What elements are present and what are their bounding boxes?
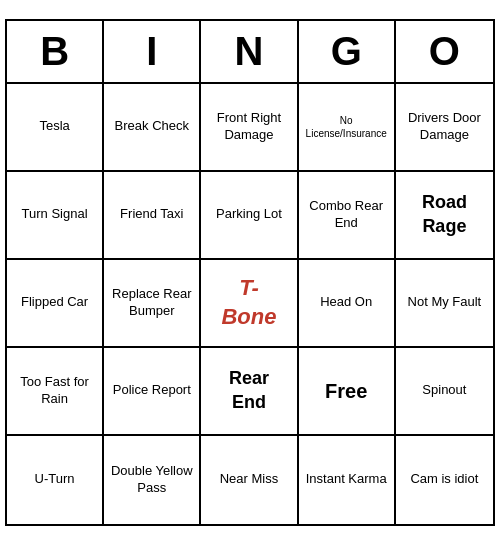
cell-text: Break Check (115, 118, 189, 135)
bingo-cell: Combo Rear End (299, 172, 396, 260)
bingo-header: BINGO (7, 21, 493, 84)
bingo-cell: Double Yellow Pass (104, 436, 201, 524)
bingo-cell: Head On (299, 260, 396, 348)
cell-text: RoadRage (422, 191, 467, 238)
cell-text: Replace Rear Bumper (108, 286, 195, 320)
bingo-cell: Parking Lot (201, 172, 298, 260)
cell-text: Combo Rear End (303, 198, 390, 232)
cell-text: Turn Signal (22, 206, 88, 223)
cell-text: Double Yellow Pass (108, 463, 195, 497)
bingo-cell: Police Report (104, 348, 201, 436)
bingo-cell: Replace Rear Bumper (104, 260, 201, 348)
cell-text: No License/Insurance (303, 114, 390, 140)
bingo-cell: RearEnd (201, 348, 298, 436)
bingo-cell: Too Fast for Rain (7, 348, 104, 436)
bingo-cell: Drivers Door Damage (396, 84, 493, 172)
bingo-cell: Front Right Damage (201, 84, 298, 172)
bingo-cell: RoadRage (396, 172, 493, 260)
cell-text: Friend Taxi (120, 206, 183, 223)
tbone-text: T-Bone (221, 274, 276, 331)
cell-text: Instant Karma (306, 471, 387, 488)
header-letter: G (299, 21, 396, 82)
header-letter: B (7, 21, 104, 82)
cell-text: Parking Lot (216, 206, 282, 223)
cell-text: RearEnd (229, 367, 269, 414)
bingo-cell: Break Check (104, 84, 201, 172)
bingo-card: BINGO TeslaBreak CheckFront Right Damage… (5, 19, 495, 526)
bingo-cell: T-Bone (201, 260, 298, 348)
cell-text: Head On (320, 294, 372, 311)
bingo-cell: Instant Karma (299, 436, 396, 524)
cell-text: Flipped Car (21, 294, 88, 311)
cell-text: Drivers Door Damage (400, 110, 489, 144)
cell-text: Spinout (422, 382, 466, 399)
bingo-cell: Cam is idiot (396, 436, 493, 524)
bingo-cell: Friend Taxi (104, 172, 201, 260)
cell-text: Near Miss (220, 471, 279, 488)
bingo-cell: Turn Signal (7, 172, 104, 260)
cell-text: U-Turn (35, 471, 75, 488)
bingo-cell: No License/Insurance (299, 84, 396, 172)
cell-text: Cam is idiot (410, 471, 478, 488)
cell-text: Too Fast for Rain (11, 374, 98, 408)
bingo-cell: Near Miss (201, 436, 298, 524)
cell-text: Police Report (113, 382, 191, 399)
cell-text: Not My Fault (408, 294, 482, 311)
bingo-cell: Free (299, 348, 396, 436)
header-letter: O (396, 21, 493, 82)
free-text: Free (325, 378, 367, 404)
bingo-cell: U-Turn (7, 436, 104, 524)
bingo-grid: TeslaBreak CheckFront Right DamageNo Lic… (7, 84, 493, 524)
bingo-cell: Flipped Car (7, 260, 104, 348)
bingo-cell: Tesla (7, 84, 104, 172)
cell-text: Front Right Damage (205, 110, 292, 144)
header-letter: I (104, 21, 201, 82)
bingo-cell: Not My Fault (396, 260, 493, 348)
cell-text: Tesla (39, 118, 69, 135)
bingo-cell: Spinout (396, 348, 493, 436)
header-letter: N (201, 21, 298, 82)
